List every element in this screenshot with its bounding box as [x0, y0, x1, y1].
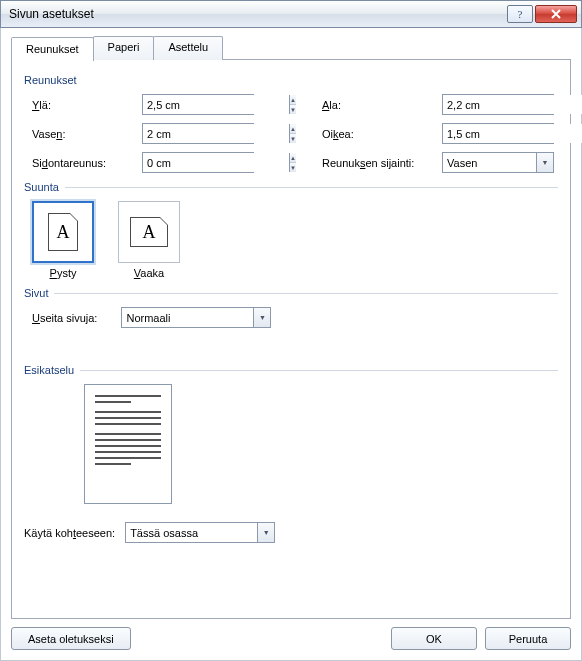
- group-margins: Reunukset: [24, 74, 558, 86]
- label-multiple-pages: Useita sivuja:: [32, 312, 97, 324]
- top-margin-spinner[interactable]: ▲▼: [142, 94, 254, 115]
- group-orientation: Suunta: [24, 181, 59, 193]
- page-portrait-icon: A: [48, 213, 78, 251]
- chevron-down-icon: ▼: [257, 523, 274, 542]
- spin-down-icon[interactable]: ▼: [290, 163, 296, 172]
- spin-down-icon[interactable]: ▼: [290, 105, 296, 114]
- window-title: Sivun asetukset: [9, 7, 505, 21]
- portrait-label: Pysty: [32, 267, 94, 279]
- multiple-pages-value: Normaali: [122, 312, 253, 324]
- svg-text:?: ?: [518, 8, 523, 20]
- help-button[interactable]: ?: [507, 5, 533, 23]
- set-default-button[interactable]: Aseta oletukseksi: [11, 627, 131, 650]
- right-margin-input[interactable]: [443, 124, 582, 143]
- group-preview: Esikatselu: [24, 364, 74, 376]
- chevron-down-icon: ▼: [536, 153, 553, 172]
- titlebar: Sivun asetukset ?: [0, 0, 582, 28]
- apply-to-value: Tässä osassa: [126, 527, 257, 539]
- preview-page: [84, 384, 172, 504]
- page-landscape-icon: A: [130, 217, 168, 247]
- apply-to-select[interactable]: Tässä osassa ▼: [125, 522, 275, 543]
- orientation-portrait[interactable]: A Pysty: [32, 201, 94, 279]
- portrait-card[interactable]: A: [32, 201, 94, 263]
- multiple-pages-select[interactable]: Normaali ▼: [121, 307, 271, 328]
- ok-button[interactable]: OK: [391, 627, 477, 650]
- gutter-spinner[interactable]: ▲▼: [142, 152, 254, 173]
- label-apply-to: Käytä kohteeseen:: [24, 527, 115, 539]
- gutter-pos-select[interactable]: Vasen ▼: [442, 152, 554, 173]
- label-right: Oikea:: [322, 128, 442, 140]
- label-gutter: Sidontareunus:: [32, 157, 142, 169]
- label-gutter-pos: Reunuksen sijainti:: [322, 157, 442, 169]
- left-margin-spinner[interactable]: ▲▼: [142, 123, 254, 144]
- dialog-footer: Aseta oletukseksi OK Peruuta: [11, 627, 571, 650]
- spin-down-icon[interactable]: ▼: [290, 134, 296, 143]
- landscape-card[interactable]: A: [118, 201, 180, 263]
- tab-margins[interactable]: Reunukset: [11, 37, 94, 61]
- spin-up-icon[interactable]: ▲: [290, 153, 296, 163]
- margins-grid: Ylä: ▲▼ Ala: ▲▼ Vasen: ▲▼ Oikea: ▲▼: [32, 94, 558, 173]
- group-pages: Sivut: [24, 287, 48, 299]
- cancel-button[interactable]: Peruuta: [485, 627, 571, 650]
- bottom-margin-input[interactable]: [443, 95, 582, 114]
- bottom-margin-spinner[interactable]: ▲▼: [442, 94, 554, 115]
- spin-up-icon[interactable]: ▲: [290, 95, 296, 105]
- top-margin-input[interactable]: [143, 95, 289, 114]
- right-margin-spinner[interactable]: ▲▼: [442, 123, 554, 144]
- landscape-label: Vaaka: [118, 267, 180, 279]
- left-margin-input[interactable]: [143, 124, 289, 143]
- gutter-pos-value: Vasen: [443, 157, 536, 169]
- tabstrip: Reunukset Paperi Asettelu: [11, 36, 571, 60]
- tab-paper[interactable]: Paperi: [93, 36, 155, 60]
- tab-panel: Reunukset Ylä: ▲▼ Ala: ▲▼ Vasen: ▲▼ Oike…: [11, 59, 571, 619]
- label-bottom: Ala:: [322, 99, 442, 111]
- gutter-input[interactable]: [143, 153, 289, 172]
- label-top: Ylä:: [32, 99, 142, 111]
- label-left: Vasen:: [32, 128, 142, 140]
- orientation-landscape[interactable]: A Vaaka: [118, 201, 180, 279]
- tab-layout[interactable]: Asettelu: [153, 36, 223, 60]
- close-button[interactable]: [535, 5, 577, 23]
- spin-up-icon[interactable]: ▲: [290, 124, 296, 134]
- chevron-down-icon: ▼: [253, 308, 270, 327]
